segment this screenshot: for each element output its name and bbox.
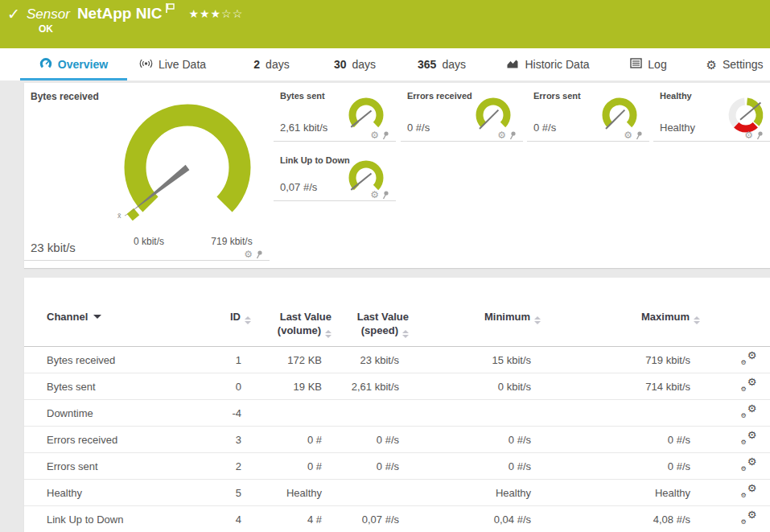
stars-empty: ☆☆ [221, 7, 243, 20]
sort-icon [402, 330, 409, 338]
cell-maximum: 4,08 #/s [541, 506, 700, 532]
tab-overview[interactable]: Overview [20, 48, 127, 80]
gauge-label: Errors received [407, 91, 472, 101]
column-header-minimum[interactable]: Minimum [409, 307, 541, 347]
tab-30-days[interactable]: 30 days [326, 48, 384, 80]
column-header-maximum[interactable]: Maximum [541, 307, 700, 347]
channel-settings-icon[interactable]: ⚙⚙ [741, 353, 757, 365]
column-header-label: Channel [47, 311, 88, 323]
table-row: Bytes sent 0 19 KB 2,61 kbit/s 0 kbit/s … [24, 373, 770, 400]
column-header-last-value-volume[interactable]: Last Value (volume) [251, 307, 331, 347]
cell-maximum: 0 #/s [541, 427, 700, 453]
gauges-panel: Bytes received x̄ 0 kbit/s 719 kbit/s 23… [24, 83, 770, 268]
pin-icon[interactable] [509, 130, 517, 140]
sort-icon [325, 330, 331, 338]
prtg-sensor-page: ✓ Sensor NetApp NIC ★★★☆☆ OK Overview [0, 0, 770, 532]
svg-text:x̄: x̄ [117, 212, 121, 220]
column-header-actions [700, 307, 770, 347]
gauge-value: 2,61 kbit/s [280, 122, 327, 134]
priority-stars[interactable]: ★★★☆☆ [188, 7, 243, 20]
channel-gear-icon[interactable]: ⚙ [244, 250, 253, 259]
channel-settings-icon[interactable]: ⚙⚙ [741, 432, 757, 445]
pin-icon[interactable] [635, 130, 643, 140]
pin-icon[interactable] [381, 190, 389, 200]
channel-settings-icon[interactable]: ⚙⚙ [741, 485, 757, 498]
gauge-label: Healthy [660, 91, 692, 101]
channel-settings-icon[interactable]: ⚙⚙ [741, 379, 757, 392]
gauge-tile-bytes-sent: Bytes sent 2,61 kbit/s ⚙ [274, 83, 396, 142]
cell-id: 5 [185, 480, 251, 506]
cell-last-volume: 4 # [251, 506, 331, 532]
cell-maximum: Healthy [541, 480, 700, 506]
cell-minimum: 0 kbit/s [409, 373, 541, 400]
cell-last-volume [251, 400, 331, 427]
channel-gear-icon[interactable]: ⚙ [744, 130, 753, 140]
column-header-label: Minimum [484, 311, 530, 323]
cell-last-speed [331, 400, 409, 427]
log-list-icon [630, 58, 642, 71]
gauge-tile-errors-received: Errors received 0 #/s ⚙ [401, 83, 523, 142]
tab-2-days-label: days [266, 58, 290, 71]
tab-365-days-label: days [442, 58, 466, 71]
tab-log[interactable]: Log [626, 48, 671, 80]
status-check-icon: ✓ [7, 5, 20, 23]
cell-id: 1 [185, 347, 251, 373]
cell-id: 2 [185, 453, 251, 480]
channel-gear-icon[interactable]: ⚙ [370, 130, 379, 140]
gauge-value: 0,07 #/s [280, 181, 317, 193]
sensor-category-label: Sensor [27, 6, 70, 23]
channel-settings-icon[interactable]: ⚙⚙ [741, 459, 757, 472]
channel-settings-icon[interactable]: ⚙⚙ [741, 512, 757, 525]
pin-icon[interactable] [381, 130, 389, 140]
column-header-label: Last Value (speed) [357, 311, 409, 336]
cell-id: 0 [185, 373, 251, 400]
tab-30-days-number: 30 [334, 58, 347, 71]
cell-last-volume: Healthy [251, 480, 331, 506]
tab-historic-data[interactable]: Historic Data [500, 48, 595, 80]
cell-last-speed: 0,07 #/s [331, 506, 409, 532]
cell-minimum: 0,04 #/s [409, 506, 541, 532]
pin-icon[interactable] [255, 250, 263, 259]
tab-365-days-number: 365 [418, 58, 436, 71]
cell-minimum: 15 kbit/s [409, 347, 541, 373]
cell-maximum: 714 kbit/s [541, 373, 700, 400]
cell-channel: Bytes received [24, 347, 185, 373]
cell-channel: Downtime [24, 400, 185, 427]
table-row: Bytes received 1 172 KB 23 kbit/s 15 kbi… [24, 347, 770, 373]
cell-channel: Link Up to Down [24, 506, 185, 532]
cell-last-speed: 23 kbit/s [331, 347, 409, 373]
stars-filled: ★★★ [188, 7, 221, 20]
channel-gear-icon[interactable]: ⚙ [497, 130, 506, 140]
column-header-id[interactable]: ID [185, 307, 251, 347]
cell-last-volume: 0 # [251, 453, 331, 480]
gauge-value: Healthy [660, 122, 695, 134]
gauge-tile-bytes-received: Bytes received x̄ 0 kbit/s 719 kbit/s 23… [24, 83, 270, 261]
gauge-label: Errors sent [533, 91, 581, 101]
gauge-tile-healthy: Healthy Healthy ⚙ [653, 83, 770, 142]
table-row: Healthy 5 Healthy Healthy Healthy ⚙⚙ [24, 480, 770, 506]
channel-settings-icon[interactable]: ⚙⚙ [741, 406, 757, 419]
tab-2-days[interactable]: 2 days [245, 48, 298, 80]
tab-settings[interactable]: ⚙ Settings [702, 48, 768, 80]
live-signal-icon [139, 58, 153, 72]
priority-flag-icon[interactable] [165, 2, 175, 17]
column-header-label: Last Value (volume) [278, 311, 331, 336]
cell-minimum: 0 #/s [409, 427, 541, 453]
tab-365-days[interactable]: 365 days [410, 48, 473, 80]
tab-log-label: Log [648, 58, 666, 71]
gauge-max-label: 719 kbit/s [200, 236, 264, 247]
pin-icon[interactable] [756, 130, 764, 140]
gauge-icon [39, 57, 52, 72]
channel-gear-icon[interactable]: ⚙ [624, 130, 632, 140]
column-header-last-value-speed[interactable]: Last Value (speed) [331, 307, 409, 347]
channels-panel: Channel ID Last Value (volume) Last Valu… [24, 278, 770, 532]
column-header-channel[interactable]: Channel [24, 307, 185, 347]
cell-channel: Errors sent [24, 453, 185, 480]
sensor-name: NetApp NIC [77, 5, 163, 23]
tab-live-data[interactable]: Live Data [130, 48, 215, 80]
cell-minimum: 0 #/s [409, 453, 541, 480]
gauge-value: 0 #/s [407, 122, 430, 134]
gauge-tile-link-up-to-down: Link Up to Down 0,07 #/s ⚙ [274, 147, 396, 201]
tab-overview-label: Overview [58, 58, 108, 71]
channel-gear-icon[interactable]: ⚙ [370, 190, 379, 200]
